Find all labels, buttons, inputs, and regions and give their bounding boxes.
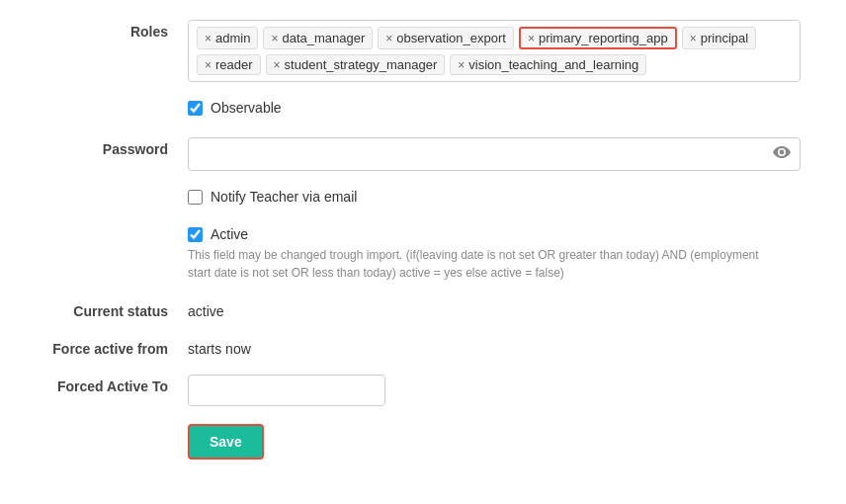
observable-checkbox[interactable]: [188, 101, 203, 116]
tag-remove-admin[interactable]: ×: [205, 32, 212, 45]
role-tag-vision_teaching_and_learning: ×vision_teaching_and_learning: [450, 54, 646, 75]
roles-row: Roles ×admin×data_manager×observation_ex…: [30, 20, 816, 82]
force-active-from-row: Force active from starts now: [30, 337, 816, 357]
active-label: Active: [211, 226, 248, 242]
forced-active-to-control: [188, 375, 816, 406]
save-row: Save: [30, 424, 816, 460]
current-status-value: active: [188, 299, 816, 319]
current-status-label: Current status: [30, 299, 188, 319]
active-control: Active This field may be changed trough …: [188, 226, 816, 282]
role-tag-primary_reporting_app: ×primary_reporting_app: [519, 27, 677, 49]
password-input[interactable]: [188, 137, 801, 171]
notify-checkbox-row: Notify Teacher via email: [188, 189, 816, 205]
roles-label: Roles: [30, 20, 188, 40]
role-tag-principal: ×principal: [682, 27, 756, 49]
active-description: This field may be changed trough import.…: [188, 246, 781, 282]
role-tag-observation_export: ×observation_export: [378, 27, 514, 49]
tag-remove-primary_reporting_app[interactable]: ×: [528, 32, 535, 45]
current-status-row: Current status active: [30, 299, 816, 319]
force-active-from-value: starts now: [188, 337, 816, 357]
save-button[interactable]: Save: [188, 424, 264, 460]
role-tag-admin: ×admin: [197, 27, 258, 49]
notify-row: Notify Teacher via email: [30, 189, 816, 209]
password-wrapper: [188, 137, 801, 171]
observable-label: Observable: [211, 100, 282, 116]
notify-checkbox[interactable]: [188, 190, 203, 205]
observable-row: Observable: [30, 100, 816, 120]
role-tag-student_strategy_manager: ×student_strategy_manager: [266, 54, 446, 75]
password-control: [188, 137, 816, 171]
notify-label: Notify Teacher via email: [211, 189, 357, 205]
tag-remove-reader[interactable]: ×: [205, 58, 212, 72]
active-checkbox-row: Active: [188, 226, 816, 242]
password-row: Password: [30, 137, 816, 171]
password-label: Password: [30, 137, 188, 157]
role-tag-data_manager: ×data_manager: [263, 27, 373, 49]
tag-remove-student_strategy_manager[interactable]: ×: [274, 58, 281, 72]
force-active-from-label: Force active from: [30, 337, 188, 357]
tag-remove-vision_teaching_and_learning[interactable]: ×: [458, 58, 465, 72]
tag-remove-principal[interactable]: ×: [690, 32, 697, 45]
role-tag-reader: ×reader: [197, 54, 261, 75]
roles-tags-container: ×admin×data_manager×observation_export×p…: [188, 20, 816, 82]
save-control: Save: [188, 424, 816, 460]
forced-active-to-input[interactable]: [188, 375, 385, 406]
observable-control: Observable: [188, 100, 816, 120]
tag-remove-data_manager[interactable]: ×: [271, 32, 278, 45]
notify-control: Notify Teacher via email: [188, 189, 816, 209]
tag-remove-observation_export[interactable]: ×: [385, 32, 392, 45]
active-checkbox[interactable]: [188, 227, 203, 242]
observable-checkbox-row: Observable: [188, 100, 816, 116]
password-toggle-icon[interactable]: [773, 145, 791, 163]
active-row: Active This field may be changed trough …: [30, 226, 816, 282]
forced-active-to-row: Forced Active To: [30, 375, 816, 406]
tags-wrapper: ×admin×data_manager×observation_export×p…: [188, 20, 801, 82]
forced-active-to-label: Forced Active To: [30, 375, 188, 394]
